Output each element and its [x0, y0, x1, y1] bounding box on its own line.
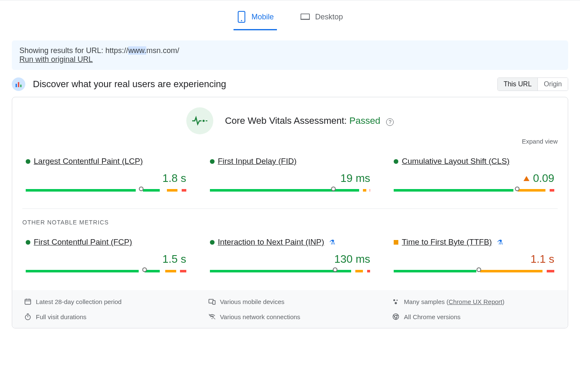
svg-point-16 [212, 318, 212, 319]
cwv-status: Passed [349, 115, 380, 126]
tab-mobile-label: Mobile [251, 13, 274, 21]
distribution-bar [26, 189, 186, 192]
crux-report-link[interactable]: Chrome UX Report [448, 298, 502, 305]
calendar-icon [24, 298, 32, 305]
svg-point-1 [241, 20, 242, 21]
status-dot [210, 159, 215, 164]
distribution-bar [210, 270, 371, 272]
metric-core-1: First Input Delay (FID)19 ms [210, 157, 371, 192]
metric-value: 19 ms [210, 172, 371, 185]
metric-value: 130 ms [210, 253, 371, 266]
tab-desktop-label: Desktop [315, 13, 343, 21]
svg-rect-11 [212, 301, 215, 304]
svg-rect-5 [18, 82, 19, 87]
chrome-icon [392, 313, 400, 320]
metric-value: 1.8 s [26, 172, 186, 185]
stopwatch-icon [24, 313, 32, 320]
distribution-bar [26, 270, 186, 272]
tab-mobile[interactable]: Mobile [234, 11, 277, 30]
metric-name-link[interactable]: Interaction to Next Paint (INP) [218, 237, 324, 247]
metric-name-link[interactable]: First Input Delay (FID) [218, 157, 297, 166]
status-dot [26, 159, 30, 164]
cwv-title: Core Web Vitals Assessment: Passed ? [225, 115, 394, 126]
warning-icon [524, 176, 529, 181]
svg-point-12 [393, 299, 395, 301]
metric-core-2: Cumulative Layout Shift (CLS)0.09 [394, 157, 554, 192]
devices-icon [208, 298, 216, 305]
metric-name-link[interactable]: Cumulative Layout Shift (CLS) [402, 157, 510, 166]
status-dot [26, 240, 30, 245]
network-icon [208, 313, 216, 320]
svg-rect-4 [16, 84, 17, 87]
vitals-card: Core Web Vitals Assessment: Passed ? Exp… [12, 97, 568, 328]
status-dot [210, 240, 215, 245]
toggle-origin[interactable]: Origin [538, 78, 568, 91]
svg-rect-9 [25, 299, 31, 304]
distribution-bar [394, 189, 554, 192]
svg-rect-8 [206, 120, 207, 121]
metric-name-link[interactable]: Time to First Byte (TTFB) [402, 237, 492, 247]
toggle-this-url[interactable]: This URL [498, 78, 538, 91]
svg-point-14 [395, 302, 397, 304]
samples-icon [392, 298, 400, 305]
metric-name-link[interactable]: Largest Contentful Paint (LCP) [34, 157, 143, 166]
tab-desktop[interactable]: Desktop [297, 11, 346, 30]
device-tabs: Mobile Desktop [12, 0, 568, 30]
svg-point-13 [397, 300, 398, 301]
expand-view[interactable]: Expand view [22, 138, 558, 145]
status-dot [394, 159, 398, 164]
svg-rect-6 [20, 85, 21, 87]
metric-value: 0.09 [394, 172, 554, 185]
run-original-link[interactable]: Run with original URL [19, 55, 93, 64]
showing-results-label: Showing results for URL: [19, 46, 105, 55]
metric-value: 1.5 s [26, 253, 186, 266]
svg-rect-3 [301, 19, 310, 20]
metric-other-1: Interaction to Next Paint (INP)⚗130 ms [210, 237, 371, 272]
page-title: Discover what your real users are experi… [33, 79, 226, 90]
crux-icon [12, 77, 25, 91]
svg-rect-2 [301, 14, 309, 19]
metric-core-0: Largest Contentful Paint (LCP)1.8 s [26, 157, 186, 192]
svg-point-7 [202, 120, 204, 122]
distribution-bar [394, 270, 554, 272]
other-metrics-label: OTHER NOTABLE METRICS [22, 219, 558, 226]
metric-other-2: Time to First Byte (TTFB)⚗1.1 s [394, 237, 554, 272]
experimental-icon: ⚗ [329, 238, 335, 246]
scope-toggle: This URL Origin [497, 77, 568, 91]
url-notice: Showing results for URL: https://www.msn… [12, 40, 568, 70]
metric-value: 1.1 s [394, 253, 554, 266]
footer-info: Latest 28-day collection period Various … [12, 290, 568, 328]
help-icon[interactable]: ? [386, 118, 394, 126]
distribution-bar [210, 189, 371, 192]
metric-name-link[interactable]: First Contentful Paint (FCP) [34, 237, 132, 247]
mobile-icon [237, 11, 246, 23]
experimental-icon: ⚗ [497, 238, 503, 246]
pulse-icon [186, 107, 213, 134]
metric-other-0: First Contentful Paint (FCP)1.5 s [26, 237, 186, 272]
desktop-icon [301, 11, 310, 23]
status-dot [394, 240, 398, 245]
